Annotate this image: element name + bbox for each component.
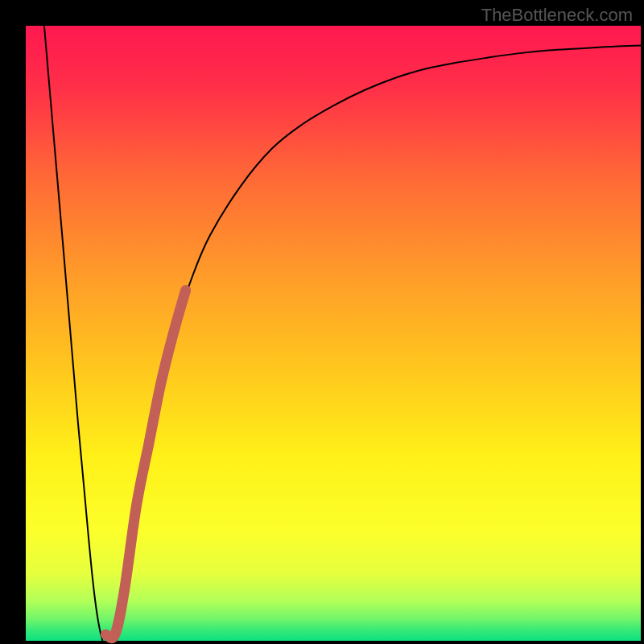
chart-svg [0, 0, 644, 644]
chart-stage: TheBottleneck.com [0, 0, 644, 644]
plot-background [26, 26, 641, 641]
watermark-text: TheBottleneck.com [481, 5, 633, 26]
